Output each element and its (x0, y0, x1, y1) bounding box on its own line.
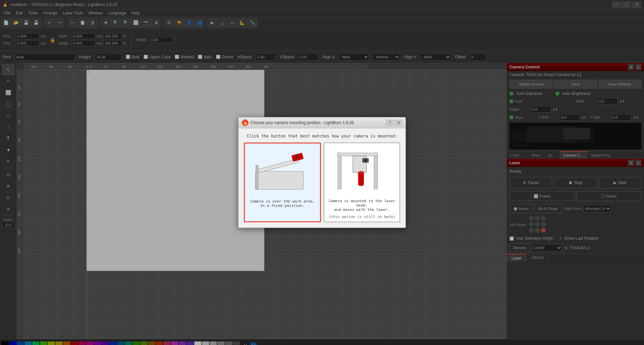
camera-option-fixed[interactable]: Camera is over the work area,in a fixed … (244, 142, 321, 222)
dialog-header: 🔥 Choose your camera mounting position -… (238, 117, 406, 128)
camera-option-moving[interactable]: Camera is mounted to the laser head,and … (324, 142, 400, 222)
svg-rect-44 (374, 153, 378, 189)
camera-moving-label: Camera is mounted to the laser head,and … (327, 199, 397, 212)
dialog-instruction-text: Click the button that best matches how y… (244, 134, 400, 138)
camera-moving-image (332, 146, 392, 196)
dialog-app-icon: 🔥 (242, 119, 249, 126)
dialog-help-button[interactable]: ? (386, 120, 393, 126)
dialog-overlay: 🔥 Choose your camera mounting position -… (0, 0, 644, 345)
svg-rect-38 (255, 171, 304, 189)
camera-mount-dialog: 🔥 Choose your camera mounting position -… (238, 117, 406, 228)
beta-note-text: (this option is still in beta) (329, 215, 395, 219)
dialog-window-buttons: ? ✕ (386, 120, 402, 126)
svg-point-51 (364, 159, 367, 162)
dialog-header-left: 🔥 Choose your camera mounting position -… (242, 119, 354, 126)
svg-rect-42 (256, 165, 258, 189)
svg-point-48 (358, 171, 364, 174)
svg-rect-43 (338, 153, 341, 189)
dialog-camera-options: Camera is over the work area,in a fixed … (244, 142, 400, 222)
dialog-body: Click the button that best matches how y… (238, 128, 406, 228)
dialog-title-text: Choose your camera mounting position - L… (251, 120, 354, 125)
svg-rect-47 (358, 173, 364, 185)
svg-rect-45 (338, 153, 378, 156)
camera-fixed-image (252, 146, 313, 196)
svg-point-49 (358, 183, 364, 186)
camera-fixed-label: Camera is over the work area,in a fixed … (250, 199, 315, 208)
dialog-close-button[interactable]: ✕ (395, 120, 402, 126)
